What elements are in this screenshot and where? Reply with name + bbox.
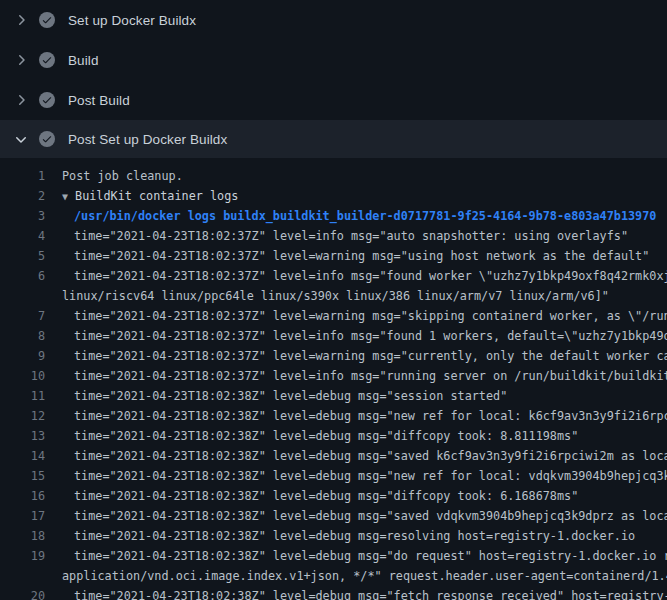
log-text: time="2021-04-23T18:02:38Z" level=debug … [74,406,667,426]
log-text: time="2021-04-23T18:02:38Z" level=debug … [74,546,667,566]
log-scroll-area[interactable]: 1Post job cleanup.2▼BuildKit container l… [0,158,667,600]
line-number[interactable]: 6 [0,266,45,286]
check-circle-icon [39,92,55,108]
log-line: 3/usr/bin/docker logs buildx_buildkit_bu… [0,206,667,226]
line-number [0,566,45,586]
log-line: 14time="2021-04-23T18:02:38Z" level=debu… [0,446,667,466]
log-line: 12time="2021-04-23T18:02:38Z" level=debu… [0,406,667,426]
log-text: time="2021-04-23T18:02:38Z" level=debug … [74,466,667,486]
log-text: time="2021-04-23T18:02:38Z" level=debug … [74,426,578,446]
line-number[interactable]: 2 [0,186,45,206]
line-number[interactable]: 17 [0,506,45,526]
line-number[interactable]: 8 [0,326,45,346]
line-number[interactable]: 14 [0,446,45,466]
log-line-wrap: linux/riscv64 linux/ppc64le linux/s390x … [0,286,667,306]
log-text: Post job cleanup. [62,166,183,186]
log-text: time="2021-04-23T18:02:37Z" level=info m… [74,226,628,246]
log-line: 13time="2021-04-23T18:02:38Z" level=debu… [0,426,667,446]
step-header-set-up-docker-buildx[interactable]: Set up Docker Buildx [0,0,667,40]
log-text: time="2021-04-23T18:02:37Z" level=warnin… [74,246,649,266]
line-number[interactable]: 19 [0,546,45,566]
log-text: time="2021-04-23T18:02:37Z" level=warnin… [74,306,667,326]
chevron-right-icon [13,12,29,28]
line-number[interactable]: 18 [0,526,45,546]
log-text: time="2021-04-23T18:02:38Z" level=debug … [74,506,667,526]
log-line: 10time="2021-04-23T18:02:37Z" level=info… [0,366,667,386]
log-line: 11time="2021-04-23T18:02:38Z" level=debu… [0,386,667,406]
log-text: application/vnd.oci.image.index.v1+json,… [62,566,667,586]
step-label: Set up Docker Buildx [68,13,196,28]
line-number[interactable]: 20 [0,586,45,600]
line-number[interactable]: 5 [0,246,45,266]
log-text: time="2021-04-23T18:02:37Z" level=info m… [74,266,667,286]
chevron-right-icon [13,92,29,108]
step-label: Post Build [68,93,130,108]
line-number[interactable]: 3 [0,206,45,226]
line-number[interactable]: 4 [0,226,45,246]
log-line-wrap: application/vnd.oci.image.index.v1+json,… [0,566,667,586]
line-number[interactable]: 13 [0,426,45,446]
step-label: Post Set up Docker Buildx [68,132,227,147]
step-header-build[interactable]: Build [0,40,667,80]
log-line: 1Post job cleanup. [0,166,667,186]
log-line: 18time="2021-04-23T18:02:38Z" level=debu… [0,526,667,546]
log-line: 16time="2021-04-23T18:02:38Z" level=debu… [0,486,667,506]
log-line: 9time="2021-04-23T18:02:37Z" level=warni… [0,346,667,366]
log-line: 15time="2021-04-23T18:02:38Z" level=debu… [0,466,667,486]
log-command-text: /usr/bin/docker logs buildx_buildkit_bui… [74,206,656,226]
log-text: time="2021-04-23T18:02:37Z" level=warnin… [74,346,667,366]
log-text: time="2021-04-23T18:02:37Z" level=info m… [74,326,667,346]
log-line: 2▼BuildKit container logs [0,186,667,206]
line-number[interactable]: 10 [0,366,45,386]
log-line: 8time="2021-04-23T18:02:37Z" level=info … [0,326,667,346]
line-number[interactable]: 7 [0,306,45,326]
log-group-label: BuildKit container logs [75,189,238,203]
log-line: 19time="2021-04-23T18:02:38Z" level=debu… [0,546,667,566]
check-circle-icon [39,52,55,68]
step-list: Set up Docker BuildxBuildPost BuildPost … [0,0,667,158]
line-number[interactable]: 12 [0,406,45,426]
step-header-post-build[interactable]: Post Build [0,80,667,120]
chevron-down-icon [13,131,29,147]
step-header-post-set-up-docker-buildx[interactable]: Post Set up Docker Buildx [0,120,667,158]
log-line: 4time="2021-04-23T18:02:37Z" level=info … [0,226,667,246]
log-text: time="2021-04-23T18:02:38Z" level=debug … [74,486,578,506]
log-line: 7time="2021-04-23T18:02:37Z" level=warni… [0,306,667,326]
log-text: time="2021-04-23T18:02:38Z" level=debug … [74,446,667,466]
line-number[interactable]: 16 [0,486,45,506]
chevron-right-icon [13,52,29,68]
log-text: time="2021-04-23T18:02:38Z" level=debug … [74,526,635,546]
log-text: time="2021-04-23T18:02:38Z" level=debug … [74,386,507,406]
line-number[interactable]: 15 [0,466,45,486]
step-label: Build [68,53,99,68]
line-number[interactable]: 9 [0,346,45,366]
log-text: linux/riscv64 linux/ppc64le linux/s390x … [62,286,609,306]
log-group-toggle[interactable]: ▼BuildKit container logs [62,186,238,206]
line-number [0,286,45,306]
line-number[interactable]: 11 [0,386,45,406]
actions-log-viewer: Set up Docker BuildxBuildPost BuildPost … [0,0,667,600]
log-text: time="2021-04-23T18:02:37Z" level=info m… [74,366,667,386]
log-line: 6time="2021-04-23T18:02:37Z" level=info … [0,266,667,286]
triangle-down-icon: ▼ [62,191,68,202]
log-line: 17time="2021-04-23T18:02:38Z" level=debu… [0,506,667,526]
log-text: time="2021-04-23T18:02:38Z" level=debug … [74,586,667,600]
check-circle-icon [39,12,55,28]
log-line: 20time="2021-04-23T18:02:38Z" level=debu… [0,586,667,600]
line-number[interactable]: 1 [0,166,45,186]
check-circle-icon [39,131,55,147]
log-line: 5time="2021-04-23T18:02:37Z" level=warni… [0,246,667,266]
